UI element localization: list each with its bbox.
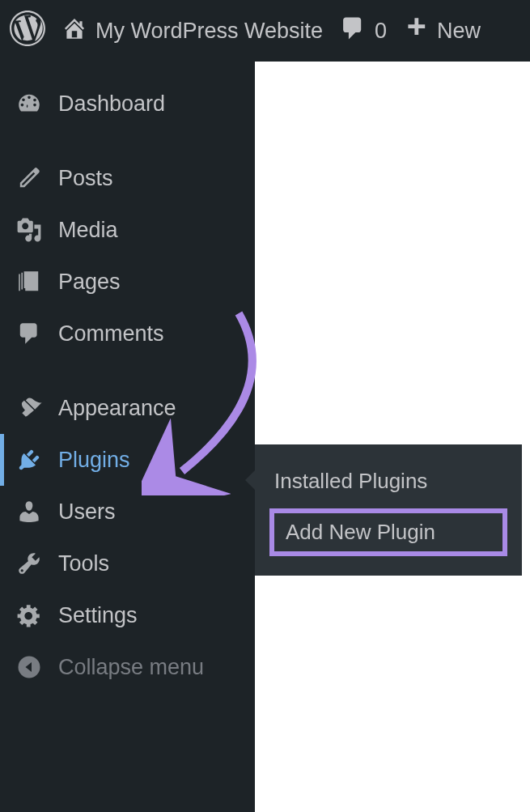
wp-logo-menu[interactable] bbox=[10, 11, 45, 52]
collapse-icon bbox=[15, 653, 44, 682]
comments-icon bbox=[15, 319, 44, 348]
sidebar-item-pages[interactable]: Pages bbox=[0, 256, 255, 308]
menu-separator bbox=[0, 359, 255, 382]
sidebar-item-tools[interactable]: Tools bbox=[0, 538, 255, 589]
settings-icon bbox=[15, 601, 44, 630]
pages-icon bbox=[15, 267, 44, 296]
menu-separator bbox=[0, 130, 255, 152]
plus-icon bbox=[403, 15, 429, 47]
submenu-item-add-new-plugin[interactable]: Add New Plugin bbox=[269, 508, 507, 556]
sidebar-item-media[interactable]: Media bbox=[0, 204, 255, 256]
sidebar-item-users[interactable]: Users bbox=[0, 486, 255, 538]
appearance-icon bbox=[15, 393, 44, 423]
comments-link[interactable]: 0 bbox=[339, 15, 387, 48]
plugins-submenu: Installed Plugins Add New Plugin bbox=[255, 444, 522, 576]
wordpress-logo-icon bbox=[10, 11, 45, 52]
dashboard-icon bbox=[15, 89, 44, 118]
plugins-icon bbox=[15, 445, 44, 474]
admin-bar: My WordPress Website 0 New bbox=[0, 0, 530, 62]
new-content-link[interactable]: New bbox=[403, 15, 481, 47]
submenu-item-installed-plugins[interactable]: Installed Plugins bbox=[255, 459, 522, 504]
content-area bbox=[255, 62, 530, 812]
sidebar-item-label: Media bbox=[58, 218, 118, 243]
site-name-label: My WordPress Website bbox=[95, 19, 323, 44]
sidebar-item-label: Comments bbox=[58, 321, 164, 346]
submenu-item-label: Installed Plugins bbox=[274, 469, 427, 493]
sidebar-item-posts[interactable]: Posts bbox=[0, 152, 255, 204]
sidebar-item-plugins[interactable]: Plugins bbox=[0, 434, 255, 486]
collapse-menu-button[interactable]: Collapse menu bbox=[0, 641, 255, 693]
sidebar-item-comments[interactable]: Comments bbox=[0, 308, 255, 359]
sidebar-item-dashboard[interactable]: Dashboard bbox=[0, 78, 255, 130]
sidebar-item-label: Dashboard bbox=[58, 91, 165, 117]
users-icon bbox=[15, 497, 44, 526]
sidebar-item-label: Plugins bbox=[58, 448, 130, 473]
tools-icon bbox=[15, 549, 44, 578]
collapse-label: Collapse menu bbox=[58, 655, 204, 680]
comment-bubble-icon bbox=[339, 15, 367, 48]
sidebar-item-label: Users bbox=[58, 500, 116, 525]
sidebar-item-label: Appearance bbox=[58, 396, 176, 421]
admin-sidebar: Dashboard Posts Media Pages Comments App… bbox=[0, 62, 255, 812]
site-name-link[interactable]: My WordPress Website bbox=[61, 15, 323, 47]
sidebar-item-label: Pages bbox=[58, 270, 121, 295]
new-label: New bbox=[437, 19, 481, 44]
sidebar-item-label: Settings bbox=[58, 603, 138, 628]
submenu-item-label: Add New Plugin bbox=[286, 520, 435, 544]
sidebar-item-appearance[interactable]: Appearance bbox=[0, 382, 255, 434]
media-icon bbox=[15, 215, 44, 244]
sidebar-item-label: Tools bbox=[58, 551, 109, 576]
posts-icon bbox=[15, 164, 44, 193]
home-icon bbox=[61, 15, 87, 47]
sidebar-item-label: Posts bbox=[58, 166, 113, 191]
sidebar-item-settings[interactable]: Settings bbox=[0, 589, 255, 641]
comment-count: 0 bbox=[375, 19, 387, 44]
